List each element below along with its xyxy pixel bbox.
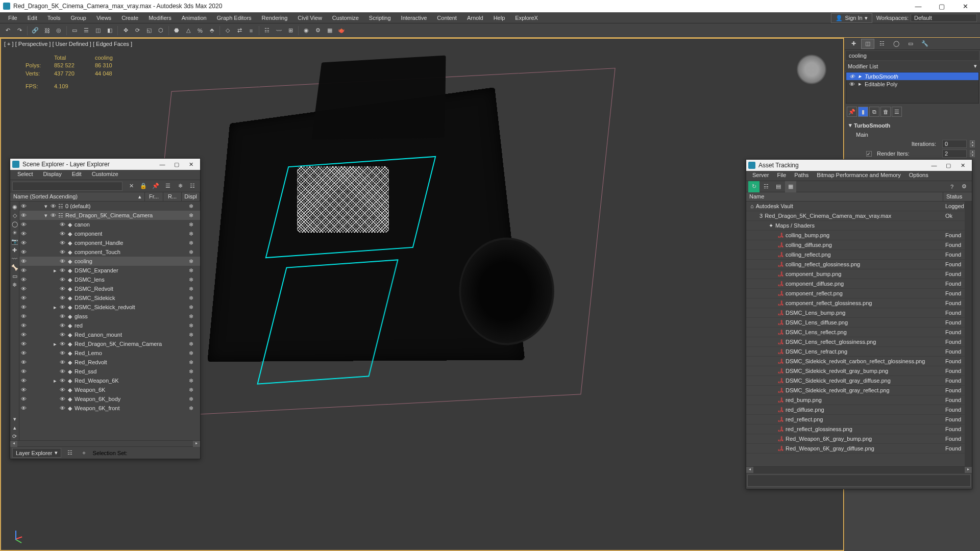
menu-content[interactable]: Content bbox=[432, 13, 462, 22]
all-icon[interactable]: ◉ bbox=[11, 203, 19, 211]
pin-button[interactable]: 📌 bbox=[150, 181, 161, 192]
tree-item[interactable]: 👁👁◆DSMC_lens❄ bbox=[19, 275, 200, 284]
eye-icon[interactable]: 👁 bbox=[58, 396, 66, 402]
expand-icon[interactable]: ▸ bbox=[859, 81, 862, 87]
curve-editor-button[interactable]: 〰 bbox=[273, 25, 284, 36]
asset-row[interactable]: 🏞colling_reflect.pngFound bbox=[746, 250, 972, 260]
visibility-icon[interactable]: 👁 bbox=[849, 81, 855, 87]
asset-row[interactable]: 🏞DSMC_Lens_refract.pngFound bbox=[746, 347, 972, 357]
tree-item[interactable]: 👁👁◆Red_Lemo❄ bbox=[19, 348, 200, 358]
visibility-icon[interactable]: 👁 bbox=[19, 286, 28, 292]
spinner-down-icon[interactable]: ▾ bbox=[970, 154, 975, 157]
tree-item[interactable]: 👁👁◆Red_canon_mount❄ bbox=[19, 330, 200, 339]
asset-row[interactable]: 🏞DSMC_Sidekick_redvolt_carbon_reflect_gl… bbox=[746, 357, 972, 366]
eye-icon[interactable]: 👁 bbox=[49, 212, 57, 218]
freeze-icon[interactable]: ❄ bbox=[182, 322, 200, 329]
visibility-icon[interactable]: 👁 bbox=[19, 267, 28, 273]
shape-icon[interactable]: ◯ bbox=[11, 220, 19, 228]
layer-button[interactable]: ☷ bbox=[261, 25, 273, 36]
layers-button[interactable]: ☷ bbox=[187, 181, 198, 192]
eye-icon[interactable]: 👁 bbox=[49, 203, 57, 209]
bone-icon[interactable]: 🦴 bbox=[11, 263, 19, 271]
freeze-icon[interactable]: ❄ bbox=[182, 277, 200, 283]
angle-snap-button[interactable]: △ bbox=[183, 25, 194, 36]
tree-item[interactable]: 👁👁◆component❄ bbox=[19, 229, 200, 238]
freeze-icon[interactable]: ❄ bbox=[182, 240, 200, 246]
freeze-icon[interactable]: ❄ bbox=[182, 267, 200, 274]
menu-edit[interactable]: Edit bbox=[22, 13, 42, 22]
asset-row[interactable]: 🏞DSMC_Sidekick_redvolt_gray_reflect.pngF… bbox=[746, 386, 972, 395]
schematic-button[interactable]: ⊞ bbox=[285, 25, 296, 36]
pin-stack-button[interactable]: 📌 bbox=[847, 107, 857, 117]
configure-sets-button[interactable]: ☰ bbox=[892, 107, 902, 117]
placement-button[interactable]: ⬡ bbox=[155, 25, 166, 36]
scene-explorer-window[interactable]: Scene Explorer - Layer Explorer — ▢ ✕ Se… bbox=[10, 158, 201, 459]
scale-button[interactable]: ◱ bbox=[143, 25, 155, 36]
eye-icon[interactable]: 👁 bbox=[58, 267, 66, 273]
sign-in-button[interactable]: 👤 Sign In ▾ bbox=[831, 13, 872, 23]
freeze-icon[interactable]: ❄ bbox=[182, 212, 200, 219]
visibility-icon[interactable]: 👁 bbox=[19, 240, 28, 246]
minimize-button[interactable]: — bbox=[906, 0, 930, 12]
bind-button[interactable]: ◎ bbox=[53, 25, 64, 36]
menu-modifiers[interactable]: Modifiers bbox=[143, 13, 177, 22]
freeze-icon[interactable]: ❄ bbox=[182, 231, 200, 237]
menu-rendering[interactable]: Rendering bbox=[257, 13, 293, 22]
h-scrollbar[interactable]: ◂▸ bbox=[746, 466, 972, 473]
asset-row[interactable]: 🏞Red_Weapon_6K_gray_bump.pngFound bbox=[746, 434, 972, 444]
name-column-header[interactable]: Name bbox=[746, 192, 943, 201]
modify-tab[interactable]: ◫ bbox=[861, 39, 874, 49]
visibility-icon[interactable]: 👁 bbox=[19, 313, 28, 319]
scene-explorer-titlebar[interactable]: Scene Explorer - Layer Explorer — ▢ ✕ bbox=[10, 159, 200, 170]
freeze-icon[interactable]: ❄ bbox=[182, 378, 200, 384]
freeze-icon[interactable]: ❄ bbox=[182, 221, 200, 228]
tree-item[interactable]: 👁▸👁◆DSMC_Expander❄ bbox=[19, 266, 200, 275]
expand-icon[interactable]: ▸ bbox=[52, 267, 58, 274]
at-menu-options[interactable]: Options bbox=[905, 171, 933, 181]
eye-icon[interactable]: 👁 bbox=[58, 249, 66, 255]
visibility-icon[interactable]: 👁 bbox=[19, 332, 28, 338]
mirror-button[interactable]: ⇄ bbox=[234, 25, 245, 36]
asset-row[interactable]: 🏞red_reflect.pngFound bbox=[746, 415, 972, 424]
table-view-button[interactable]: ▦ bbox=[785, 181, 796, 192]
select-region-button[interactable]: ◫ bbox=[92, 25, 104, 36]
freeze-icon[interactable]: ❄ bbox=[182, 286, 200, 292]
asset-row[interactable]: 🏞red_bump.pngFound bbox=[746, 395, 972, 405]
render-frame-button[interactable]: ▦ bbox=[324, 25, 335, 36]
sync-icon[interactable]: ⟳ bbox=[11, 432, 19, 440]
close-button[interactable]: ✕ bbox=[184, 159, 198, 169]
settings-button[interactable]: ⚙ bbox=[959, 181, 970, 192]
move-button[interactable]: ✥ bbox=[120, 25, 131, 36]
eye-icon[interactable]: 👁 bbox=[58, 258, 66, 264]
selected-object-name[interactable]: cooling bbox=[846, 51, 979, 60]
select-name-button[interactable]: ☰ bbox=[81, 25, 92, 36]
visibility-icon[interactable]: 👁 bbox=[19, 368, 28, 374]
visibility-icon[interactable]: 👁 bbox=[19, 295, 28, 301]
menu-customize[interactable]: Customize bbox=[327, 13, 364, 22]
expand-icon[interactable]: ▸ bbox=[52, 304, 58, 311]
link-button[interactable]: 🔗 bbox=[30, 25, 41, 36]
expand-icon[interactable]: ▾ bbox=[11, 415, 19, 423]
maximize-button[interactable]: ▢ bbox=[930, 0, 953, 12]
material-editor-button[interactable]: ◉ bbox=[301, 25, 312, 36]
se-menu-customize[interactable]: Customize bbox=[87, 170, 124, 180]
menu-scripting[interactable]: Scripting bbox=[364, 13, 396, 22]
spinner-snap-button[interactable]: ⬘ bbox=[206, 25, 217, 36]
asset-row[interactable]: ✦Maps / Shaders bbox=[746, 221, 972, 231]
render-column-header[interactable]: R... bbox=[163, 192, 182, 201]
visibility-icon[interactable]: 👁 bbox=[19, 396, 28, 402]
asset-row[interactable]: ⌂Autodesk VaultLogged bbox=[746, 202, 972, 211]
freeze-icon[interactable]: ❄ bbox=[182, 332, 200, 338]
visibility-icon[interactable]: 👁 bbox=[19, 304, 28, 310]
asset-row[interactable]: 🏞DSMC_Lens_bump.pngFound bbox=[746, 308, 972, 318]
menu-group[interactable]: Group bbox=[65, 13, 91, 22]
tree-item[interactable]: 👁👁◆cooling❄ bbox=[19, 257, 200, 266]
freeze-icon[interactable]: ❄ bbox=[182, 295, 200, 302]
freeze-icon[interactable]: ❄ bbox=[182, 258, 200, 265]
eye-icon[interactable]: 👁 bbox=[58, 240, 66, 246]
visibility-icon[interactable]: 👁 bbox=[19, 249, 28, 255]
freeze-icon[interactable]: ❄ bbox=[182, 203, 200, 210]
eye-icon[interactable]: 👁 bbox=[58, 277, 66, 283]
maximize-button[interactable]: ▢ bbox=[169, 159, 184, 169]
tree-item[interactable]: 👁▸👁◆Red_Weapon_6K❄ bbox=[19, 376, 200, 385]
